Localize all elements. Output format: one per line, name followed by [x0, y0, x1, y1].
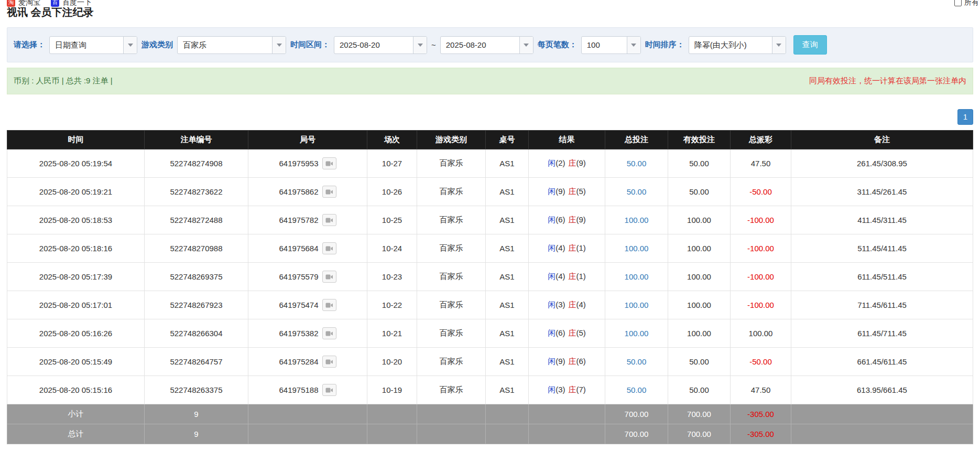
player-score: (2) [556, 158, 565, 167]
banker-score: (5) [576, 187, 586, 196]
cell-valid-bet: 100.00 [668, 263, 731, 291]
empty-cell [417, 424, 486, 444]
cell-remark: 661.45/611.45 [791, 348, 973, 376]
banker-result: 庄 [569, 300, 576, 309]
empty-cell [417, 404, 486, 424]
round-id: 641975284 [279, 357, 318, 366]
video-replay-icon[interactable] [322, 356, 336, 368]
folder-icon [954, 0, 962, 6]
cell-session: 10-24 [367, 234, 417, 263]
page-size-select[interactable]: 100 [581, 36, 641, 54]
cell-bet-id: 522748267923 [145, 291, 248, 319]
cell-valid-bet: 100.00 [668, 234, 731, 263]
cell-session: 10-27 [367, 149, 417, 178]
cell-remark: 311.45/261.45 [791, 178, 973, 206]
cell-table-no: AS1 [486, 291, 529, 319]
player-score: (9) [556, 357, 565, 366]
cell-table-no: AS1 [486, 263, 529, 291]
chevron-down-icon[interactable] [272, 37, 286, 53]
total-bet-link[interactable]: 50.00 [605, 149, 668, 178]
bookmark-baidu[interactable]: 百度一下 [62, 0, 92, 7]
video-replay-icon[interactable] [322, 214, 336, 226]
cell-session: 10-21 [367, 319, 417, 348]
cell-time: 2025-08-20 05:15:49 [7, 348, 145, 376]
table-row: 2025-08-20 05:19:54 522748274908 6419759… [7, 149, 973, 178]
banker-result: 庄 [569, 158, 576, 167]
date-separator: ~ [431, 40, 436, 49]
cell-table-no: AS1 [486, 376, 529, 404]
header-result: 结果 [529, 131, 605, 149]
total-bet-link[interactable]: 50.00 [605, 178, 668, 206]
round-id: 641975474 [279, 301, 318, 309]
cell-round: 641975284 [248, 348, 367, 376]
round-id: 641975782 [279, 216, 318, 224]
banker-score: (7) [576, 385, 586, 394]
video-replay-icon[interactable] [322, 299, 336, 311]
total-bet-link[interactable]: 100.00 [605, 234, 668, 263]
bookmarks-bar: 淘 爱淘宝 百 百度一下 所有 [0, 0, 980, 7]
video-replay-icon[interactable] [322, 327, 336, 339]
video-replay-icon[interactable] [322, 157, 336, 169]
total-bet-link[interactable]: 100.00 [605, 319, 668, 348]
chevron-down-icon[interactable] [413, 37, 427, 53]
bookmarks-all[interactable]: 所有 [964, 0, 979, 7]
page-size-label: 每页笔数： [538, 40, 577, 50]
cell-remark: 511.45/411.45 [791, 234, 973, 263]
cell-result: 闲(6)庄(9) [529, 206, 605, 234]
video-replay-icon[interactable] [322, 186, 336, 198]
total-bet-link[interactable]: 50.00 [605, 348, 668, 376]
cell-bet-id: 522748269375 [145, 263, 248, 291]
header-total-bet: 总投注 [605, 131, 668, 149]
cell-payout: -100.00 [731, 263, 791, 291]
total-bet-link[interactable]: 100.00 [605, 291, 668, 319]
currency-summary: 币别 : 人民币 | 总共 :9 注单 | [14, 76, 113, 86]
banker-result: 庄 [569, 328, 576, 337]
header-remark: 备注 [791, 131, 973, 149]
baidu-favicon: 百 [51, 0, 59, 7]
cell-valid-bet: 100.00 [668, 319, 731, 348]
player-score: (3) [556, 385, 565, 394]
chevron-down-icon[interactable] [772, 37, 786, 53]
cell-payout: 47.50 [731, 376, 791, 404]
video-replay-icon[interactable] [322, 242, 336, 254]
round-id: 641975579 [279, 272, 318, 281]
chevron-down-icon[interactable] [519, 37, 533, 53]
sort-select[interactable]: 降幂(由大到小) [689, 36, 786, 54]
subtotal-row: 小计 9 700.00 700.00 -305.00 [7, 404, 973, 424]
bookmark-aitaobao[interactable]: 爱淘宝 [18, 0, 40, 7]
cell-time: 2025-08-20 05:15:16 [7, 376, 145, 404]
empty-cell [248, 404, 367, 424]
cell-remark: 411.45/311.45 [791, 206, 973, 234]
sort-label: 时间排序： [645, 40, 684, 50]
date-to-select[interactable]: 2025-08-20 [440, 36, 533, 54]
cell-payout: -50.00 [731, 348, 791, 376]
total-bet-link[interactable]: 100.00 [605, 206, 668, 234]
cell-remark: 611.45/711.45 [791, 319, 973, 348]
player-score: (9) [556, 187, 565, 196]
query-button[interactable]: 查询 [793, 35, 827, 55]
video-replay-icon[interactable] [322, 384, 336, 396]
player-result: 闲 [548, 328, 556, 337]
cell-time: 2025-08-20 05:19:54 [7, 149, 145, 178]
cell-result: 闲(9)庄(6) [529, 348, 605, 376]
chevron-down-icon[interactable] [627, 37, 640, 53]
cell-remark: 711.45/611.45 [791, 291, 973, 319]
cell-remark: 611.45/511.45 [791, 263, 973, 291]
query-type-select[interactable]: 日期查询 [49, 36, 137, 54]
player-result: 闲 [548, 215, 556, 224]
player-result: 闲 [548, 158, 556, 167]
cell-round: 641975188 [248, 376, 367, 404]
date-from-select[interactable]: 2025-08-20 [334, 36, 427, 54]
total-bet-link[interactable]: 100.00 [605, 263, 668, 291]
cell-payout: 100.00 [731, 319, 791, 348]
video-replay-icon[interactable] [322, 271, 336, 283]
game-type-select[interactable]: 百家乐 [177, 36, 286, 54]
header-valid-bet: 有效投注 [668, 131, 731, 149]
table-row: 2025-08-20 05:15:16 522748263375 6419751… [7, 376, 973, 404]
filter-bar: 请选择： 日期查询 游戏类别 百家乐 时间区间： 2025-08-20 ~ 20… [7, 27, 973, 62]
total-bet-link[interactable]: 50.00 [605, 376, 668, 404]
chevron-down-icon[interactable] [123, 37, 137, 53]
cell-round: 641975474 [248, 291, 367, 319]
page-button-1[interactable]: 1 [957, 109, 973, 125]
query-type-value: 日期查询 [50, 37, 123, 53]
